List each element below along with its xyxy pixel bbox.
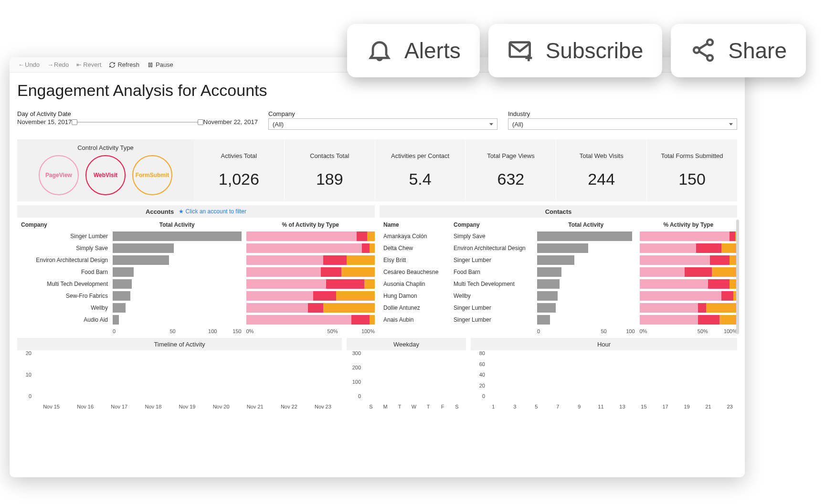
- company-value: (All): [273, 121, 284, 128]
- account-row[interactable]: Wellby: [17, 302, 375, 314]
- kpi-value: 5.4: [409, 170, 431, 189]
- account-row[interactable]: Audio Aid: [17, 314, 375, 326]
- industry-filter-label: Industry: [508, 110, 737, 117]
- contact-company: Singer Lumber: [454, 316, 537, 323]
- kpi-value: 150: [678, 170, 706, 189]
- col-total: Total Activity: [113, 221, 242, 228]
- contact-row[interactable]: Amankaya ColónSimply Save: [380, 230, 737, 242]
- undo-button[interactable]: ←Undo: [14, 57, 43, 72]
- account-row[interactable]: Multi Tech Development: [17, 278, 375, 290]
- contact-name: Delta Chew: [380, 245, 454, 252]
- date-start: November 15, 2017: [17, 118, 72, 126]
- contact-row[interactable]: Elsy BrittSinger Lumber: [380, 254, 737, 266]
- date-end: November 22, 2017: [203, 118, 258, 126]
- kpi-value: 189: [316, 170, 343, 189]
- col-name: Name: [380, 221, 454, 228]
- account-name: Sew-Fro Fabrics: [17, 293, 113, 299]
- overlay-actions: Alerts Subscribe Share: [347, 24, 806, 77]
- subscribe-label: Subscribe: [546, 38, 644, 63]
- toggle-webvisit[interactable]: WebVisit: [85, 155, 126, 195]
- slider-track[interactable]: [74, 122, 201, 123]
- redo-button[interactable]: →Redo: [43, 57, 73, 72]
- contacts-scrollbar[interactable]: [736, 220, 739, 334]
- col-pct-c: % Activity by Type: [640, 221, 738, 228]
- col-company: Company: [17, 221, 113, 228]
- contact-row[interactable]: Cesáreo BeauchesneFood Barn: [380, 266, 737, 278]
- date-slider[interactable]: November 15, 2017 November 22, 2017: [17, 118, 258, 126]
- account-row[interactable]: Food Barn: [17, 266, 375, 278]
- industry-filter: Industry (All): [508, 110, 737, 130]
- contact-company: Multi Tech Development: [454, 281, 537, 287]
- page-title: Engagement Analysis for Accounts: [10, 73, 745, 110]
- contact-name: Cesáreo Beauchesne: [380, 269, 454, 275]
- weekday-chart[interactable]: 3002001000 SMTWTFS: [347, 350, 466, 412]
- account-row[interactable]: Singer Lumber: [17, 230, 375, 242]
- kpi-value: 632: [497, 170, 525, 189]
- kpi-label: Contacts Total: [310, 152, 349, 159]
- kpi-card: Activies Total1,026: [194, 139, 284, 201]
- contact-row[interactable]: Anais AubinSinger Lumber: [380, 314, 737, 326]
- contact-row[interactable]: Hung DamonWellby: [380, 290, 737, 302]
- subscribe-button[interactable]: Subscribe: [488, 24, 663, 77]
- kpi-value: 1,026: [219, 170, 259, 189]
- refresh-icon: [109, 62, 116, 68]
- weekday-header: Weekday: [347, 338, 466, 350]
- toggle-formsubmit[interactable]: FormSubmit: [132, 155, 172, 195]
- pause-button[interactable]: Pause: [143, 57, 177, 72]
- contact-row[interactable]: Dollie AntunezSinger Lumber: [380, 302, 737, 314]
- bell-icon: [366, 37, 393, 65]
- slider-handle-right[interactable]: [198, 119, 203, 125]
- accounts-hint: Click an account to filter: [179, 208, 246, 215]
- slider-handle-left[interactable]: [72, 119, 77, 125]
- col-pct: % of Activity by Type: [246, 221, 375, 228]
- contact-name: Dollie Antunez: [380, 304, 454, 311]
- share-button[interactable]: Share: [671, 24, 806, 77]
- contact-company: Simply Save: [454, 233, 537, 240]
- contact-company: Singer Lumber: [454, 304, 537, 311]
- alerts-button[interactable]: Alerts: [347, 24, 480, 77]
- kpi-label: Total Forms Submitted: [661, 152, 723, 159]
- activity-type-title: Control Activity Type: [21, 144, 190, 151]
- industry-select[interactable]: (All): [508, 118, 737, 130]
- account-row[interactable]: Sew-Fro Fabrics: [17, 290, 375, 302]
- alerts-label: Alerts: [404, 38, 461, 63]
- timeline-chart[interactable]: 20100 Nov 15Nov 16Nov 17Nov 18Nov 19Nov …: [17, 350, 342, 412]
- kpi-label: Total Web Visits: [580, 152, 624, 159]
- refresh-button[interactable]: Refresh: [105, 57, 143, 72]
- kpi-card: Total Web Visits244: [556, 139, 646, 201]
- activity-type-control: Control Activity Type PageView WebVisit …: [17, 139, 194, 201]
- kpi-label: Total Page Views: [487, 152, 535, 159]
- toggle-pageview[interactable]: PageView: [39, 155, 79, 195]
- contact-company: Wellby: [454, 293, 537, 299]
- revert-button[interactable]: ⇤Revert: [73, 57, 105, 72]
- account-row[interactable]: Simply Save: [17, 242, 375, 254]
- contact-row[interactable]: Ausonia ChaplinMulti Tech Development: [380, 278, 737, 290]
- hour-header: Hour: [471, 338, 737, 350]
- share-icon: [690, 37, 717, 65]
- accounts-header: Accounts Click an account to filter: [17, 205, 375, 218]
- col-total-c: Total Activity: [537, 221, 635, 228]
- kpi-card: Activities per Contact5.4: [375, 139, 465, 201]
- kpi-band: Control Activity Type PageView WebVisit …: [10, 139, 737, 201]
- chevron-down-icon: [729, 123, 733, 126]
- date-filter: Day of Activity Date November 15, 2017 N…: [17, 110, 258, 130]
- contact-name: Amankaya Colón: [380, 233, 454, 240]
- dashboard-window: ←Undo →Redo ⇤Revert Refresh Pause Engage…: [10, 57, 745, 477]
- accounts-title: Accounts: [146, 208, 174, 215]
- pause-icon: [147, 62, 154, 68]
- account-name: Food Barn: [17, 269, 113, 275]
- kpi-card: Contacts Total189: [284, 139, 375, 201]
- hour-chart[interactable]: 806040200 1357911131517192123: [471, 350, 737, 412]
- account-name: Multi Tech Development: [17, 281, 113, 287]
- timeline-header: Timeline of Activity: [17, 338, 342, 350]
- contact-row[interactable]: Delta ChewEnviron Architectural Design: [380, 242, 737, 254]
- contacts-header: Contacts: [380, 205, 737, 218]
- svg-rect-1: [151, 63, 152, 66]
- kpi-label: Activies Total: [221, 152, 257, 159]
- date-filter-label: Day of Activity Date: [17, 110, 258, 117]
- contact-company: Environ Architectural Design: [454, 245, 537, 252]
- account-row[interactable]: Environ Architectural Design: [17, 254, 375, 266]
- col-company-c: Company: [454, 221, 537, 228]
- account-name: Audio Aid: [17, 316, 113, 323]
- company-select[interactable]: (All): [268, 118, 497, 130]
